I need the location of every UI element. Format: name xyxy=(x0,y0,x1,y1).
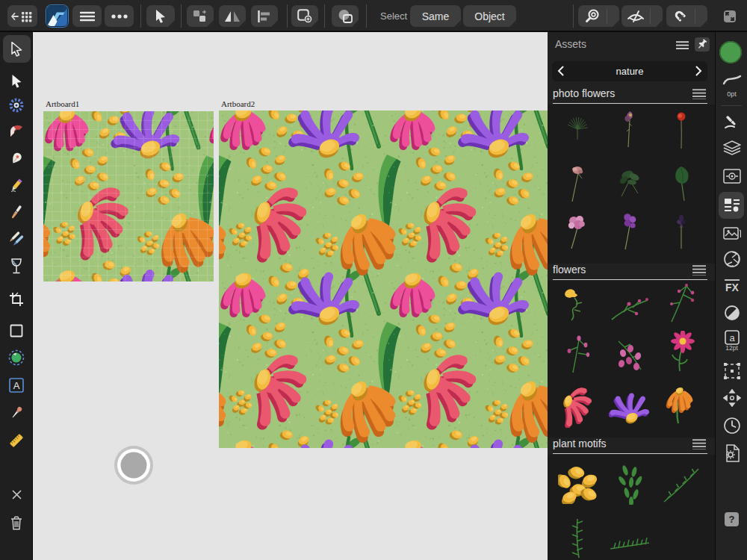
svg-text:a: a xyxy=(729,332,735,343)
svg-text:FX: FX xyxy=(725,281,740,293)
svg-text:A: A xyxy=(13,380,20,391)
